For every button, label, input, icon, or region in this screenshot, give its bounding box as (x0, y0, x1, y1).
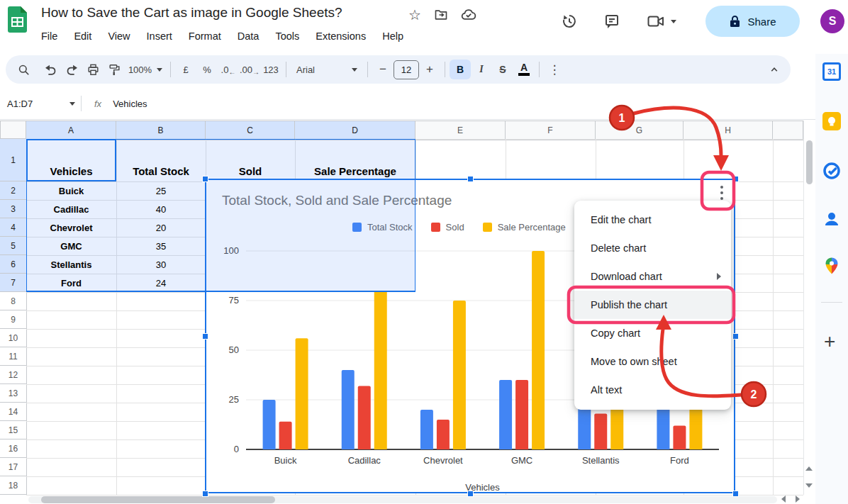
cell-vehicle-gmc[interactable]: GMC (26, 237, 116, 255)
row-header-9[interactable]: 9 (0, 310, 27, 329)
tasks-icon[interactable] (822, 162, 841, 180)
redo-button[interactable] (61, 60, 82, 79)
maps-icon[interactable] (822, 257, 841, 275)
horizontal-scrollbar-thumb[interactable] (41, 496, 275, 503)
row-header-18[interactable]: 18 (0, 476, 27, 495)
chart-resize-handle[interactable] (467, 176, 474, 182)
cell-total-stock-chevrolet[interactable]: 20 (116, 218, 206, 237)
column-header-B[interactable]: B (116, 121, 206, 140)
get-addons-button[interactable]: + (824, 330, 835, 353)
row-header-13[interactable]: 13 (0, 384, 27, 403)
cell-vehicle-stellantis[interactable]: Stellantis (26, 255, 116, 274)
row-header-1[interactable]: 1 (0, 139, 27, 181)
keep-icon[interactable] (822, 112, 841, 130)
scroll-up-arrow[interactable] (805, 466, 813, 471)
row-header-2[interactable]: 2 (0, 181, 27, 200)
row-header-16[interactable]: 16 (0, 439, 27, 458)
italic-button[interactable]: I (471, 60, 492, 79)
comments-icon[interactable] (603, 13, 620, 30)
menu-view[interactable]: View (108, 30, 130, 42)
chart-resize-handle[interactable] (732, 176, 739, 182)
cloud-saved-icon[interactable] (461, 8, 476, 22)
menu-item-alt-text[interactable]: Alt text (574, 376, 731, 404)
cell-header-sold[interactable]: Sold (206, 139, 295, 181)
scroll-left-arrow[interactable] (781, 495, 786, 503)
menu-item-delete-chart[interactable]: Delete chart (574, 234, 731, 262)
number-format-button[interactable]: 123 (260, 60, 281, 79)
strikethrough-button[interactable]: S (492, 60, 513, 79)
increase-decimal-button[interactable]: .00→ (239, 60, 260, 79)
row-header-7[interactable]: 7 (0, 274, 27, 292)
menu-format[interactable]: Format (189, 30, 221, 42)
column-header-A[interactable]: A (26, 121, 116, 140)
cell-vehicle-ford[interactable]: Ford (26, 274, 116, 292)
move-to-folder-icon[interactable] (434, 8, 448, 22)
column-header-G[interactable]: G (596, 121, 684, 140)
account-avatar[interactable]: S (820, 9, 844, 33)
zoom-select[interactable]: 100% (125, 60, 166, 79)
chart-resize-handle[interactable] (467, 491, 474, 497)
menu-tools[interactable]: Tools (275, 30, 299, 42)
font-size-input[interactable]: 12 (394, 60, 419, 79)
column-header-E[interactable]: E (415, 121, 506, 140)
row-header-12[interactable]: 12 (0, 366, 27, 384)
row-header-6[interactable]: 6 (0, 255, 27, 274)
decrease-font-size-button[interactable]: − (372, 60, 394, 79)
row-header-17[interactable]: 17 (0, 458, 27, 476)
chart-resize-handle[interactable] (202, 333, 208, 340)
cell-total-stock-cadillac[interactable]: 40 (116, 200, 206, 218)
cell-vehicle-chevrolet[interactable]: Chevrolet (26, 218, 116, 237)
row-header-8[interactable]: 8 (0, 292, 27, 310)
font-family-select[interactable]: Arial (291, 60, 363, 79)
menu-help[interactable]: Help (382, 30, 403, 42)
bold-button[interactable]: B (450, 60, 471, 79)
row-header-4[interactable]: 4 (0, 218, 27, 237)
row-header-14[interactable]: 14 (0, 403, 27, 421)
row-header-5[interactable]: 5 (0, 237, 27, 255)
menu-extensions[interactable]: Extensions (316, 30, 366, 42)
text-color-button[interactable]: A (513, 60, 535, 79)
cell-total-stock-ford[interactable]: 24 (116, 274, 206, 292)
menu-item-edit-the-chart[interactable]: Edit the chart (574, 206, 731, 234)
column-header-D[interactable]: D (295, 121, 415, 140)
meet-button[interactable] (647, 13, 676, 30)
paint-format-button[interactable] (104, 60, 125, 79)
calendar-icon[interactable]: 31 (822, 62, 841, 81)
vertical-scrollbar-thumb[interactable] (806, 140, 813, 184)
menu-item-publish-the-chart[interactable]: Publish the chart (574, 291, 731, 319)
row-header-3[interactable]: 3 (0, 200, 27, 218)
star-icon[interactable]: ☆ (408, 6, 421, 23)
more-options-button[interactable]: ⋮ (544, 60, 565, 79)
collapse-toolbar-icon[interactable] (768, 63, 781, 76)
cell-header-sale-percentage[interactable]: Sale Percentage (295, 139, 415, 181)
search-menus-button[interactable] (13, 60, 34, 79)
print-button[interactable] (82, 60, 104, 79)
share-button[interactable]: Share (705, 6, 800, 37)
scroll-down-arrow[interactable] (805, 483, 813, 488)
formula-input[interactable]: Vehicles (113, 99, 147, 109)
chart-resize-handle[interactable] (202, 491, 208, 497)
menu-item-move-to-own-sheet[interactable]: Move to own sheet (574, 347, 731, 376)
decrease-decimal-button[interactable]: .0← (218, 60, 239, 79)
contacts-icon[interactable] (822, 210, 841, 228)
column-header-partial[interactable] (773, 121, 803, 140)
undo-button[interactable] (40, 60, 61, 79)
chart-resize-handle[interactable] (732, 491, 739, 497)
column-header-F[interactable]: F (506, 121, 596, 140)
cell-total-stock-stellantis[interactable]: 30 (116, 255, 206, 274)
cell-vehicle-buick[interactable]: Buick (26, 181, 116, 200)
menu-data[interactable]: Data (238, 30, 260, 42)
column-header-H[interactable]: H (684, 121, 773, 140)
menu-edit[interactable]: Edit (74, 30, 91, 42)
increase-font-size-button[interactable]: + (419, 60, 440, 79)
version-history-icon[interactable] (560, 13, 577, 30)
menu-insert[interactable]: Insert (147, 30, 172, 42)
chart-resize-handle[interactable] (732, 333, 739, 340)
scroll-right-arrow[interactable] (796, 495, 800, 503)
document-title[interactable]: How to Save the Cart as image in Google … (41, 5, 342, 21)
menu-item-copy-chart[interactable]: Copy chart (574, 319, 731, 347)
cell-header-total-stock[interactable]: Total Stock (116, 139, 206, 181)
format-currency-button[interactable]: £ (175, 60, 196, 79)
chart-resize-handle[interactable] (202, 176, 208, 182)
name-box[interactable]: A1:D7 (0, 99, 75, 109)
